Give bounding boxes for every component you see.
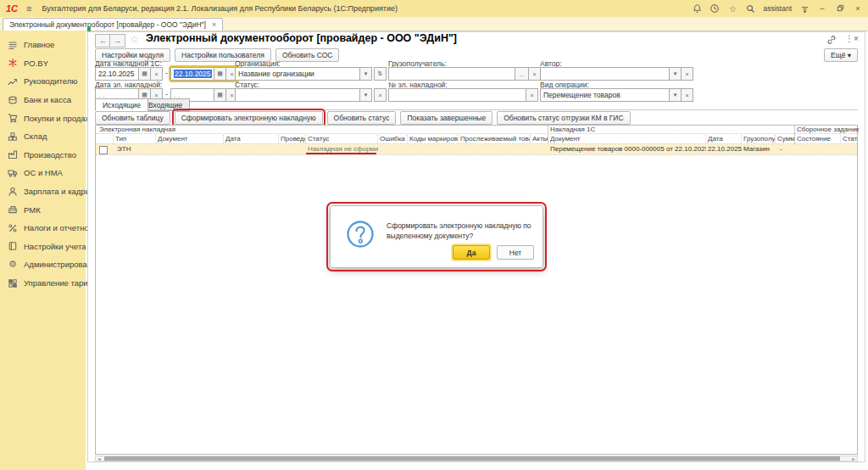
edoc-number-input[interactable]: [388, 88, 526, 102]
sidebar-item-main[interactable]: Главное: [0, 36, 86, 54]
calendar-icon[interactable]: ▦: [214, 88, 226, 102]
tab-outgoing[interactable]: Исходящие: [95, 98, 148, 111]
refresh-table-button[interactable]: Обновить таблицу: [95, 111, 170, 125]
column-status[interactable]: Статус: [306, 135, 378, 143]
more-actions-icon[interactable]: ⋮: [845, 34, 854, 43]
column-marking-codes[interactable]: Коды маркировки: [408, 135, 459, 143]
window-titlebar: 1С ≡ Бухгалтерия для Беларуси, редакция …: [0, 0, 868, 17]
sidebar-item-poby[interactable]: PO.BY: [0, 54, 86, 73]
sidebar-item-manager[interactable]: Руководителю: [0, 72, 86, 91]
clear-icon[interactable]: ×: [374, 88, 387, 102]
column-acts[interactable]: Акты: [531, 135, 548, 143]
favorites-star-icon[interactable]: ☆: [727, 3, 737, 14]
no-button[interactable]: Нет: [497, 245, 534, 260]
author-input[interactable]: [540, 67, 670, 81]
sidebar-item-accounting-settings[interactable]: Настройки учета: [0, 238, 86, 256]
calendar-icon[interactable]: ▦: [139, 67, 151, 81]
row-checkbox[interactable]: [99, 146, 108, 154]
dialog-message: Сформировать электронную накладную по вы…: [387, 221, 532, 242]
column-state[interactable]: Состояние: [795, 135, 841, 143]
current-user-label[interactable]: assistant: [763, 4, 792, 13]
documents-table[interactable]: [95, 125, 858, 455]
book-icon: [8, 241, 18, 251]
show-completed-button[interactable]: Показать завершенные: [400, 111, 492, 125]
invoice-date-to-input[interactable]: 22.10.2025: [170, 67, 214, 81]
boxes-icon: [8, 131, 18, 142]
tab-electronic-docflow[interactable]: Электронный документооборот [провайдер -…: [3, 18, 223, 31]
column-type[interactable]: Тип: [114, 135, 156, 143]
column-posted[interactable]: Проведен: [279, 135, 306, 143]
column-date[interactable]: Дата: [224, 135, 279, 143]
column-document[interactable]: Документ: [156, 135, 224, 143]
column-sum[interactable]: Сумма: [776, 135, 794, 143]
restore-window-button[interactable]: [835, 4, 845, 14]
sidebar-item-rmk[interactable]: РМК: [0, 200, 86, 219]
search-icon[interactable]: [745, 3, 755, 14]
close-form-icon[interactable]: ×: [854, 34, 859, 43]
column-traceable-goods[interactable]: Прослеживаемый товар: [459, 135, 531, 143]
gear-icon: ⚙: [8, 260, 18, 270]
truck-icon: [8, 168, 18, 178]
yes-button[interactable]: Да: [453, 245, 490, 260]
sidebar-item-payroll-hr[interactable]: Зарплата и кадры: [0, 182, 86, 201]
clear-icon[interactable]: ×: [151, 67, 163, 81]
sidebar-item-purchases-sales[interactable]: Покупки и продажи: [0, 109, 86, 127]
clear-icon[interactable]: ×: [682, 67, 693, 81]
column-checkbox: [96, 135, 114, 143]
customize-toolbar-icon[interactable]: [799, 3, 810, 14]
create-electronic-invoice-button[interactable]: Сформировать электронную накладную: [175, 111, 323, 125]
cart-icon: [8, 113, 18, 123]
column-date-1c[interactable]: Дата: [706, 135, 742, 143]
status-filter-input[interactable]: [235, 88, 360, 102]
consignee-input[interactable]: [388, 67, 515, 81]
sidebar-item-bank-cash[interactable]: Банк и касса: [0, 91, 86, 109]
calendar-icon[interactable]: ▦: [214, 67, 226, 81]
main-menu-icon[interactable]: ≡: [26, 3, 31, 14]
sidebar-item-fixed-assets[interactable]: ОС и НМА: [0, 164, 86, 182]
column-consignee-1c[interactable]: Грузополуч...: [742, 135, 776, 143]
tab-close-icon[interactable]: ×: [212, 20, 216, 29]
clear-icon[interactable]: ×: [526, 88, 538, 102]
add-favorite-star-icon[interactable]: ☆: [130, 33, 139, 45]
sidebar-item-production[interactable]: Производство: [0, 146, 86, 165]
operation-type-input[interactable]: Перемещение товаров: [540, 88, 670, 102]
chevron-down-icon[interactable]: ▾: [670, 67, 682, 81]
refresh-soc-button[interactable]: Обновить СОС: [275, 48, 340, 62]
scrollbar-thumb[interactable]: [104, 456, 840, 461]
chevron-down-icon[interactable]: ▾: [360, 88, 372, 102]
column-document-1c[interactable]: Документ: [548, 135, 706, 143]
column-stat[interactable]: Стат...: [841, 135, 857, 143]
sidebar-item-administration[interactable]: ⚙ Администрирование: [0, 255, 86, 274]
group-header-invoice-1c: Накладная 1С: [550, 126, 595, 133]
asterisk-icon: [8, 58, 18, 68]
scroll-left-icon[interactable]: ◄: [96, 456, 103, 462]
clear-icon[interactable]: ×: [682, 88, 693, 102]
chevron-down-icon[interactable]: ▾: [360, 67, 372, 81]
sidebar-item-warehouse[interactable]: Склад: [0, 127, 86, 146]
select-ellipsis-icon[interactable]: ...: [515, 67, 529, 81]
clear-icon[interactable]: ×: [529, 67, 541, 81]
notifications-bell-icon[interactable]: [692, 3, 702, 14]
scroll-right-icon[interactable]: ►: [850, 456, 857, 462]
percent-icon: [8, 223, 18, 233]
refresh-status-button[interactable]: Обновить статус: [327, 111, 397, 125]
sections-sidebar: Главное PO.BY Руководителю Банк и касса …: [0, 31, 86, 470]
cash-register-icon: [8, 204, 18, 215]
horizontal-scrollbar[interactable]: ◄ ►: [95, 456, 858, 462]
choice-list-icon[interactable]: ⇅: [374, 67, 387, 81]
refresh-km-status-button[interactable]: Обновить статус отгрузки КМ в ГИС: [497, 111, 630, 125]
column-error[interactable]: Ошибка: [378, 135, 408, 143]
invoice-date-from-input[interactable]: 22.10.2025: [95, 67, 139, 81]
chevron-down-icon[interactable]: ▾: [670, 88, 682, 102]
more-button[interactable]: Ещё ▾: [824, 48, 858, 62]
date-range-dash: -: [165, 67, 168, 81]
organization-input[interactable]: Название организации: [235, 67, 360, 81]
sidebar-item-taxes-reporting[interactable]: Налоги и отчетность: [0, 219, 86, 238]
minimize-button[interactable]: –: [817, 4, 827, 13]
close-window-button[interactable]: ×: [853, 4, 863, 13]
history-icon[interactable]: [709, 3, 720, 14]
get-link-icon[interactable]: [826, 35, 837, 47]
sidebar-item-tariff[interactable]: Управление тарифом: [0, 274, 86, 293]
row-date-1c: 22.10.2025: [706, 145, 742, 154]
forward-button[interactable]: →: [109, 34, 125, 48]
